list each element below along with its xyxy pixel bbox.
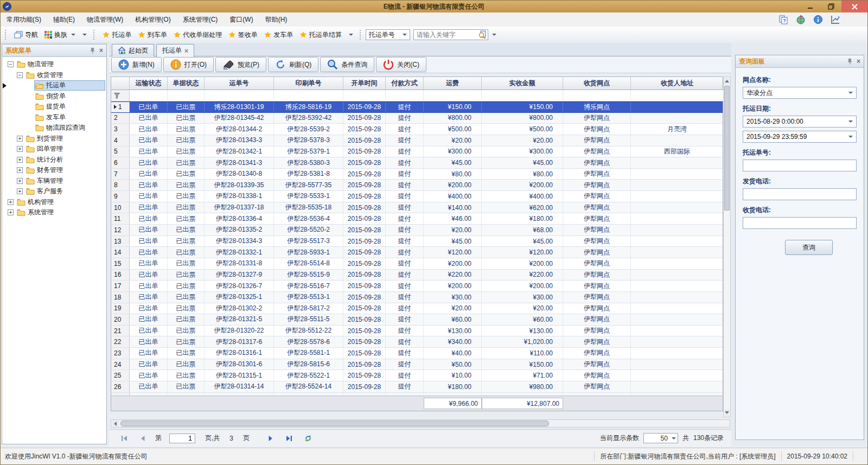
tree-expander-minus-icon[interactable] [17,72,23,78]
close-button[interactable] [841,1,867,12]
table-row[interactable]: 19已出单已出票伊犁28-01302-2伊犁28-5817-22015-09-2… [111,303,723,315]
favorite-collection-doc-button[interactable]: ★代收单据处理 [170,29,225,41]
add-button[interactable]: 新增(N) [111,57,162,72]
filter-cell-received[interactable] [482,90,563,101]
table-row[interactable]: 23已出单已出票伊犁28-01316-1伊犁28-5581-12015-09-2… [111,348,723,359]
table-row[interactable]: 22已出单已出票伊犁28-01317-6伊犁28-5578-62015-09-2… [111,336,723,348]
col-header-open-time[interactable]: 开单时间 [343,77,386,90]
table-row[interactable]: 7已出单已出票伊犁28-01340-8伊犁28-5381-82015-09-28… [111,169,723,180]
favorite-arrival-truck-button[interactable]: ★到车单 [135,29,170,41]
table-row[interactable]: 10已出单已出票伊犁28-01337-18伊犁28-5535-182015-09… [111,202,723,214]
tree-item-body[interactable]: 财务管理 [25,165,66,175]
tree-expander-plus-icon[interactable] [17,157,23,163]
table-row[interactable]: 11已出单已出票伊犁28-01336-4伊犁28-5536-42015-09-2… [111,213,723,225]
tree-item-body[interactable]: 发车单 [34,112,68,123]
table-row[interactable]: 16已出单已出票伊犁28-01327-9伊犁28-5515-92015-09-2… [111,270,723,281]
col-header-transport-status[interactable]: 运输状态 [130,77,168,90]
tree-expander-plus-icon[interactable] [17,146,23,152]
tree-expander-plus-icon[interactable] [17,178,23,184]
filter-cell-receive-address[interactable] [631,90,724,101]
tree-item-body[interactable]: 统计分析 [25,155,66,165]
col-header-received[interactable]: 实收金额 [482,77,563,90]
help-doc-icon[interactable]: ? [778,15,788,24]
tree-item-waybill[interactable]: 托运单 [2,80,106,91]
table-row[interactable]: 20已出单已出票伊犁28-01321-5伊犁28-5511-52015-09-2… [111,314,723,326]
menu-item-6[interactable]: 帮助(H) [259,12,293,27]
toolbar-overflow-button[interactable] [81,34,87,36]
table-row[interactable]: 8已出单已出票伊犁28-01339-35伊犁28-5577-352015-09-… [111,180,723,191]
favorite-sign-receipt-button[interactable]: ★签收单 [225,29,260,41]
search-doc-icon[interactable] [478,30,487,39]
col-header-receive-site[interactable]: 收货网点 [563,77,631,90]
prev-page-button[interactable] [140,435,145,442]
vertical-scroll-thumb[interactable] [724,86,730,211]
tree-item-vehicle-mgmt[interactable]: 车辆管理 [2,176,106,187]
restore-button[interactable] [821,1,841,12]
favorite-dispatch-truck-button[interactable]: ★发车单 [261,29,296,41]
table-row[interactable]: 13已出单已出票伊犁28-01334-3伊犁28-5517-32015-09-2… [111,236,723,247]
table-row[interactable]: 9已出单已出票伊犁28-01338-1伊犁28-5533-12015-09-28… [111,191,723,202]
col-header-receive-address[interactable]: 收货人地址 [631,77,724,90]
preview-button[interactable]: 预览(P) [215,57,266,72]
first-page-button[interactable] [121,435,128,442]
tree-item-body[interactable]: 物流管理 [16,59,56,69]
tree-item-receive-goods-mgmt[interactable]: 收货管理 [2,70,106,81]
filter-cell-waybill-no[interactable] [205,90,274,101]
col-header-pay-method[interactable]: 付款方式 [386,77,424,90]
stats-icon[interactable] [831,15,840,24]
filter-cell-print-no[interactable] [274,90,343,101]
tree-item-dispatch-order[interactable]: 发车单 [2,112,106,123]
navigate-button[interactable]: 导航 [11,29,41,41]
tab-start-page[interactable]: 起始页 [112,44,154,56]
waybill-no-input[interactable] [743,160,857,171]
site-name-select[interactable]: 华凌分点 [743,87,857,99]
menu-item-0[interactable]: 常用功能(S) [1,12,47,27]
tree-expander-plus-icon[interactable] [8,199,14,205]
pin-icon[interactable] [847,58,852,65]
date-from-select[interactable]: 2015-08-29 0:00:00 [743,116,857,128]
reload-page-icon[interactable] [304,435,312,442]
tree-item-logistics-tracking[interactable]: 物流跟踪查询 [2,123,106,133]
table-row[interactable]: 24已出单已出票伊犁28-01301-6伊犁28-5815-62015-09-2… [111,359,723,371]
tab-waybill[interactable]: 托运单 × [156,44,194,57]
tree-item-body[interactable]: 倒货单 [34,91,68,101]
tab-close-icon[interactable]: × [184,48,188,54]
filter-cell-transport-status[interactable] [130,90,168,101]
globe-icon[interactable] [796,15,806,24]
last-page-button[interactable] [285,435,292,442]
display-count-select[interactable]: 50 [643,433,678,443]
menu-item-1[interactable]: 辅助(E) [47,12,81,27]
recv-phone-input[interactable] [743,217,857,229]
date-to-select[interactable]: 2015-09-29 23:59:59 [743,131,857,143]
tree-item-arrival-mgmt[interactable]: 到货管理 [2,133,106,144]
filter-cell-doc-status[interactable] [168,90,205,101]
tree-item-body[interactable]: 客户服务 [25,186,66,196]
close-icon[interactable]: × [99,47,103,54]
tree-item-body[interactable]: 系统管理 [16,207,56,218]
filter-cell-open-time[interactable] [343,90,386,101]
tree-item-system-mgmt[interactable]: 系统管理 [2,207,106,218]
table-row[interactable]: 3已出单已出票伊犁28-01344-2伊犁28-5539-22015-09-28… [111,124,723,135]
table-row[interactable]: 17已出单已出票伊犁28-01326-7伊犁28-5516-72015-09-2… [111,281,723,292]
tree-item-receipt-mgmt[interactable]: 回单管理 [2,144,106,155]
filter-icon-cell[interactable] [111,90,130,101]
table-row[interactable]: 5已出单已出票伊犁28-01342-1伊犁28-5379-12015-09-28… [111,146,723,158]
query-submit-button[interactable]: 查询 [785,240,833,255]
tree-item-pickup-order[interactable]: 提货单 [2,101,106,112]
tree-item-body[interactable]: 托运单 [34,80,105,91]
table-row[interactable]: 18已出单已出票伊犁28-01325-1伊犁28-5513-12015-09-2… [111,292,723,303]
tree-item-unload-order[interactable]: 倒货单 [2,91,106,102]
menu-item-2[interactable]: 物流管理(W) [81,12,129,27]
tree-item-finance-mgmt[interactable]: 财务管理 [2,165,106,176]
tree-expander-plus-icon[interactable] [17,167,23,173]
tree-item-body[interactable]: 机构管理 [16,197,56,207]
table-row[interactable]: 26已出单已出票伊犁28-01314-14伊犁28-5524-142015-09… [111,381,723,393]
tree-expander-plus-icon[interactable] [17,136,23,142]
tree-item-body[interactable]: 到货管理 [25,133,66,144]
tree-expander-plus-icon[interactable] [8,209,14,215]
filter-cell-receive-site[interactable] [563,90,631,101]
favorite-waybill-settle-button[interactable]: ★托运单结算 [296,29,344,41]
table-vertical-scrollbar[interactable] [723,77,731,417]
tree-item-customer-service[interactable]: 客户服务 [2,186,106,197]
table-row[interactable]: 4已出单已出票伊犁28-01343-3伊犁28-5378-32015-09-28… [111,135,723,146]
